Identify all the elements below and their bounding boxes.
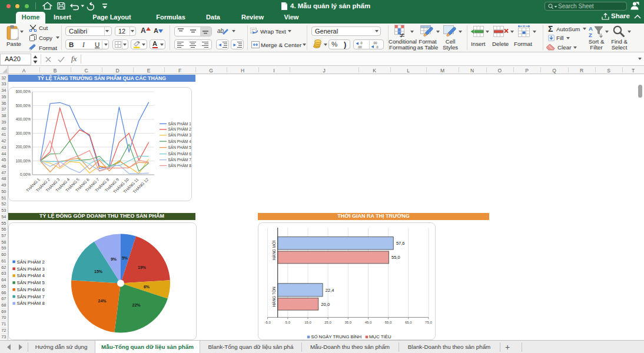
svg-text:HÀNG MỚI: HÀNG MỚI [271, 240, 276, 260]
svg-text:MỤC TIÊU: MỤC TIÊU [369, 334, 391, 339]
svg-text:SẢN PHẨM 6: SẢN PHẨM 6 [168, 151, 192, 156]
svg-text:57,6: 57,6 [396, 241, 405, 246]
svg-text:55,0: 55,0 [384, 321, 391, 324]
svg-text:5%: 5% [122, 256, 128, 260]
svg-text:300,00%: 300,00% [16, 131, 31, 135]
svg-text:HÀNG TỒN: HÀNG TỒN [271, 286, 276, 306]
svg-text:100,00%: 100,00% [16, 159, 31, 163]
svg-text:SẢN PHẨM 5: SẢN PHẨM 5 [17, 280, 45, 285]
svg-text:.00: .00 [357, 45, 362, 49]
svg-text:200,00%: 200,00% [16, 145, 31, 149]
svg-text:75,0: 75,0 [425, 321, 432, 324]
svg-text:.0: .0 [376, 45, 379, 49]
svg-text:SẢN PHẨM 4: SẢN PHẨM 4 [17, 273, 45, 278]
svg-text:SẢN PHẨM 6: SẢN PHẨM 6 [17, 287, 45, 292]
svg-text:500,00%: 500,00% [16, 104, 31, 108]
svg-text:SẢN PHẨM 3: SẢN PHẨM 3 [168, 132, 192, 137]
svg-text:20,0: 20,0 [321, 301, 330, 307]
svg-text:SẢN PHẨM 7: SẢN PHẨM 7 [168, 157, 192, 162]
svg-text:22%: 22% [132, 302, 141, 307]
svg-text:.0: .0 [360, 41, 363, 45]
svg-text:SẢN PHẨM 3: SẢN PHẨM 3 [17, 266, 45, 271]
svg-text:SẢN PHẨM 2: SẢN PHẨM 2 [17, 259, 45, 264]
svg-text:.00: .00 [373, 41, 377, 45]
svg-text:SẢN PHẨM 8: SẢN PHẨM 8 [168, 163, 192, 168]
svg-text:19%: 19% [138, 265, 147, 269]
svg-text:SỐ NGÀY TRUNG BÌNH: SỐ NGÀY TRUNG BÌNH [311, 334, 361, 339]
svg-text:SẢN PHẨM 2: SẢN PHẨM 2 [168, 126, 192, 131]
svg-text:A: A [589, 25, 593, 32]
svg-text:65,0: 65,0 [405, 321, 412, 324]
svg-text:5,0: 5,0 [285, 321, 290, 324]
svg-text:400,00%: 400,00% [16, 117, 31, 121]
svg-text:SẢN PHẨM 4: SẢN PHẨM 4 [168, 139, 192, 144]
svg-text:22,4: 22,4 [325, 287, 334, 292]
svg-text:45,0: 45,0 [364, 321, 371, 324]
svg-text:9%: 9% [111, 257, 117, 261]
svg-text:Z: Z [589, 32, 592, 38]
svg-text:SẢN PHẨM 5: SẢN PHẨM 5 [168, 145, 192, 149]
svg-text:SẢN PHẨM 8: SẢN PHẨM 8 [17, 301, 45, 306]
svg-text:SẢN PHẨM 1: SẢN PHẨM 1 [168, 121, 192, 126]
svg-text:-5,0: -5,0 [264, 321, 271, 324]
svg-text:55,0: 55,0 [391, 255, 400, 260]
svg-text:SẢN PHẨM 7: SẢN PHẨM 7 [17, 294, 45, 299]
svg-text:6%: 6% [144, 284, 150, 288]
svg-text:0,00%: 0,00% [20, 172, 31, 176]
svg-text:15,0: 15,0 [304, 321, 311, 324]
svg-text:24%: 24% [98, 298, 107, 302]
svg-text:600,00%: 600,00% [16, 89, 31, 94]
svg-text:25,0: 25,0 [324, 321, 331, 324]
svg-text:15%: 15% [94, 269, 103, 273]
svg-text:35,0: 35,0 [344, 321, 351, 324]
